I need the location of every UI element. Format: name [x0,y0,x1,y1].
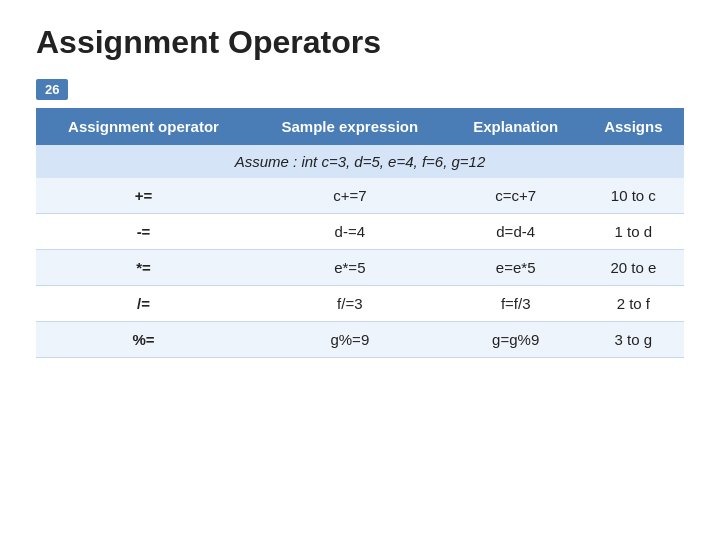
table-cell-sample: f/=3 [251,286,449,322]
col-header-explanation: Explanation [449,108,583,145]
table-cell-assigns: 10 to c [583,178,684,214]
operators-table: Assignment operator Sample expression Ex… [36,108,684,358]
col-header-assigns: Assigns [583,108,684,145]
table-cell-assigns: 3 to g [583,322,684,358]
table-row: -=d-=4d=d-41 to d [36,214,684,250]
col-header-sample: Sample expression [251,108,449,145]
col-header-operator: Assignment operator [36,108,251,145]
table-cell-operator: += [36,178,251,214]
table-header-row: Assignment operator Sample expression Ex… [36,108,684,145]
table-cell-operator: -= [36,214,251,250]
table-cell-assigns: 2 to f [583,286,684,322]
table-cell-sample: g%=9 [251,322,449,358]
assume-text: Assume : int c=3, d=5, e=4, f=6, g=12 [36,145,684,178]
table-row: %=g%=9g=g%93 to g [36,322,684,358]
table-cell-operator: %= [36,322,251,358]
table-row: +=c+=7c=c+710 to c [36,178,684,214]
table-cell-assigns: 20 to e [583,250,684,286]
table-cell-assigns: 1 to d [583,214,684,250]
table-cell-explanation: c=c+7 [449,178,583,214]
table-cell-operator: *= [36,250,251,286]
page-title: Assignment Operators [36,24,684,61]
slide-number: 26 [36,79,68,100]
table-cell-explanation: e=e*5 [449,250,583,286]
table-cell-explanation: f=f/3 [449,286,583,322]
assume-row: Assume : int c=3, d=5, e=4, f=6, g=12 [36,145,684,178]
table-cell-sample: c+=7 [251,178,449,214]
table-cell-explanation: d=d-4 [449,214,583,250]
table-cell-explanation: g=g%9 [449,322,583,358]
table-cell-sample: d-=4 [251,214,449,250]
table-cell-operator: /= [36,286,251,322]
page: Assignment Operators 26 Assignment opera… [0,0,720,378]
table-cell-sample: e*=5 [251,250,449,286]
table-row: /=f/=3f=f/32 to f [36,286,684,322]
table-row: *=e*=5e=e*520 to e [36,250,684,286]
